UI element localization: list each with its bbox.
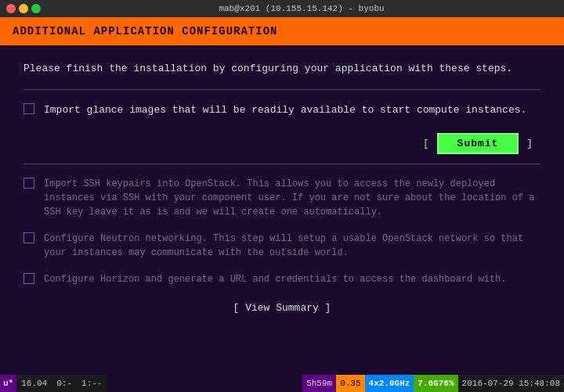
- status-uptime: 5h59m: [302, 375, 336, 392]
- checkbox-row-2[interactable]: Import SSH keypairs into OpenStack. This…: [24, 177, 540, 219]
- status-memory: 7.6G76%: [414, 375, 457, 392]
- checkbox-row-1[interactable]: Import glance images that will be readil…: [24, 102, 540, 118]
- status-version: 16.04: [16, 375, 52, 392]
- checkbox-4-label: Configure Horizon and generate a URL and…: [44, 272, 507, 286]
- checkbox-4[interactable]: [24, 273, 34, 284]
- checkbox-1[interactable]: [24, 103, 34, 114]
- submit-wrapper: [ Submit ]: [423, 133, 533, 154]
- app-header: ADDITIONAL APPLICATION CONFIGURATION: [0, 17, 564, 45]
- maximize-button[interactable]: [31, 4, 41, 13]
- close-button[interactable]: [6, 4, 16, 13]
- checkbox-1-label: Import glance images that will be readil…: [44, 102, 526, 118]
- minimize-button[interactable]: [19, 4, 28, 13]
- submit-row: [ Submit ]: [24, 133, 540, 154]
- status-cpu: 4x2.0GHz: [365, 375, 414, 392]
- checkbox-row-4[interactable]: Configure Horizon and generate a URL and…: [24, 272, 540, 286]
- divider-2: [24, 164, 540, 164]
- header-label: ADDITIONAL APPLICATION CONFIGURATION: [13, 25, 277, 38]
- checkbox-row-3[interactable]: Configure Neutron networking. This step …: [24, 232, 540, 260]
- status-bar: u* 16.04 0:- 1:-- 5h59m 0.35 4x2.0GHz 7.…: [0, 375, 564, 392]
- window-title: mab@x201 (10.155.15.142) - byobu: [45, 4, 558, 13]
- window-controls[interactable]: [6, 4, 41, 13]
- title-bar: mab@x201 (10.155.15.142) - byobu: [0, 0, 564, 17]
- checkbox-3-label: Configure Neutron networking. This step …: [44, 232, 540, 260]
- submit-button[interactable]: Submit: [437, 133, 519, 154]
- main-content: Please finish the installation by config…: [0, 45, 564, 333]
- status-datetime: 2016-07-29 15:48:08: [458, 375, 564, 392]
- view-summary-row: [ View Summary ]: [24, 299, 540, 317]
- checkbox-3[interactable]: [24, 232, 34, 243]
- status-load: 0.35: [336, 375, 364, 392]
- checkbox-2-label: Import SSH keypairs into OpenStack. This…: [44, 177, 540, 219]
- description-text: Please finish the installation by config…: [24, 61, 540, 77]
- status-session: 0:-: [52, 375, 77, 392]
- view-summary-button[interactable]: [ View Summary ]: [227, 299, 338, 317]
- status-u-label: u*: [0, 375, 16, 392]
- divider-1: [24, 89, 540, 90]
- status-window: 1:--: [77, 375, 107, 392]
- checkbox-2[interactable]: [24, 178, 34, 189]
